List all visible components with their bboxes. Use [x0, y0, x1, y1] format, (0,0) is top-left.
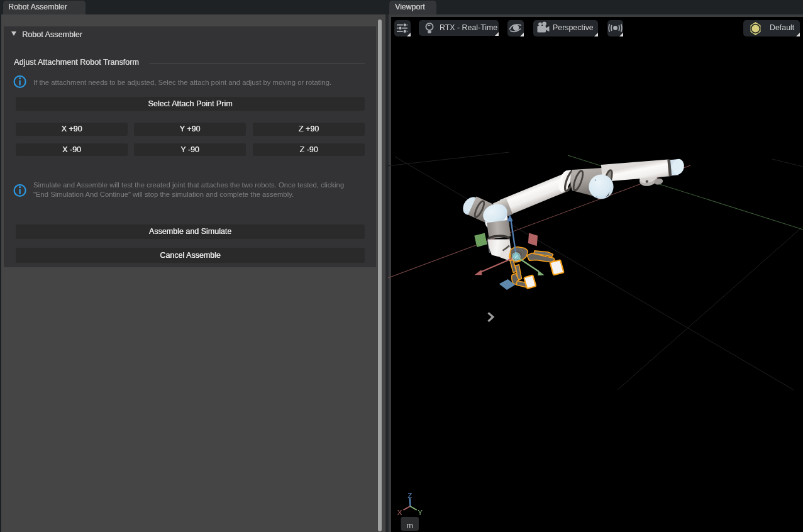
svg-text:X: X — [397, 509, 402, 516]
svg-text:m: m — [406, 521, 413, 530]
svg-text:Y: Y — [418, 509, 423, 516]
svg-text:Z: Z — [407, 492, 412, 499]
